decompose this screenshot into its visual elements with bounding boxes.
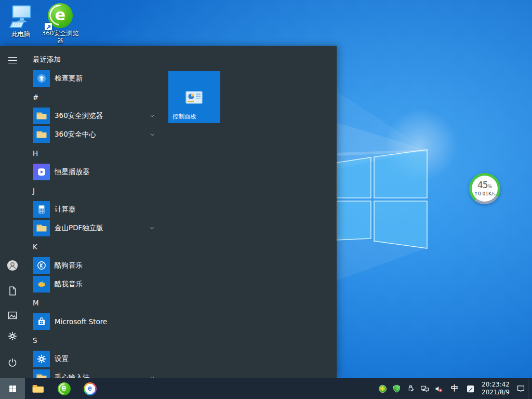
desktop-icon-label: 360安全浏览器	[42, 30, 79, 44]
windows-logo-icon	[8, 384, 17, 393]
up-arrow-icon: ↑	[474, 191, 478, 196]
desktop-icon-this-pc[interactable]: 此电脑	[4, 3, 37, 38]
documents-button[interactable]	[3, 281, 22, 301]
calculator-icon	[33, 201, 50, 218]
action-center-button[interactable]	[514, 378, 528, 399]
show-desktop-button[interactable]	[528, 378, 532, 399]
store-icon	[33, 313, 50, 330]
usb-icon	[406, 384, 416, 394]
tray-360-antivirus[interactable]	[376, 378, 390, 399]
start-item-360-browser-folder[interactable]: 360安全浏览器	[26, 107, 159, 125]
start-item-calculator[interactable]: 计算器	[26, 200, 159, 219]
user-account-button[interactable]	[3, 256, 22, 275]
folder-icon	[33, 220, 50, 236]
control-panel-icon	[185, 91, 203, 105]
settings-button[interactable]	[3, 326, 22, 346]
chevron-down-icon[interactable]	[149, 131, 156, 138]
start-item-settings[interactable]: 设置	[26, 350, 159, 368]
360-antivirus-icon	[378, 384, 388, 394]
clock-time: 20:23:42	[482, 381, 510, 389]
section-hash[interactable]: #	[26, 88, 159, 107]
start-item-kugou-music[interactable]: 酷狗音乐	[26, 256, 159, 275]
tray-windows-ink[interactable]	[463, 378, 477, 399]
360-speed-browser-icon: e	[84, 382, 97, 395]
start-item-360-security-folder[interactable]: 360安全中心	[26, 125, 159, 144]
shield-icon	[392, 384, 402, 394]
document-icon	[7, 285, 18, 297]
pictures-icon	[7, 310, 18, 321]
gear-icon	[7, 330, 18, 342]
section-m[interactable]: M	[26, 294, 159, 312]
start-button[interactable]	[0, 378, 25, 399]
user-avatar-icon	[7, 260, 18, 271]
taskbar: e e 中 20:23:42 2021/8/9	[0, 378, 532, 399]
section-s[interactable]: S	[26, 331, 159, 350]
net-ball-speed: ↑0.01K/s	[474, 191, 495, 197]
folder-icon	[33, 126, 50, 143]
gear-icon	[33, 351, 50, 367]
windows-ink-icon	[466, 384, 475, 394]
tray-network[interactable]	[418, 378, 432, 399]
start-menu: 最近添加 检查更新 # 360安全浏览器 360安全中心 H 恒星播放器 J	[0, 46, 337, 378]
power-icon	[7, 357, 18, 368]
start-menu-rail	[0, 46, 25, 378]
start-item-shouxin-ime-folder[interactable]: 手心输入法	[26, 368, 159, 378]
start-item-kuwo-music[interactable]: 酷我音乐	[26, 275, 159, 294]
clock-date: 2021/8/9	[482, 389, 510, 396]
chevron-down-icon[interactable]	[149, 112, 156, 119]
pictures-button[interactable]	[3, 305, 22, 325]
section-recently-added: 最近添加	[26, 50, 159, 69]
net-speed-ball-face: 45% ↑0.01K/s	[472, 176, 498, 202]
network-icon	[420, 384, 430, 394]
tray-ime-mode[interactable]: 中	[446, 378, 463, 399]
net-speed-ball[interactable]: 45% ↑0.01K/s	[469, 173, 500, 204]
tile-control-panel[interactable]: 控制面板	[168, 71, 220, 123]
file-explorer-icon	[31, 382, 45, 395]
start-item-check-update[interactable]: 检查更新	[26, 69, 159, 88]
speaker-muted-icon	[434, 384, 444, 394]
tray-usb-device[interactable]	[404, 378, 418, 399]
360-browser-icon: e	[47, 2, 74, 29]
shortcut-arrow-icon	[45, 23, 52, 30]
start-app-list: 最近添加 检查更新 # 360安全浏览器 360安全中心 H 恒星播放器 J	[26, 46, 159, 378]
taskbar-360-speed-browser[interactable]: e	[77, 378, 103, 399]
this-pc-icon	[7, 3, 34, 30]
360-browser-icon: e	[58, 382, 71, 395]
kuwo-icon	[33, 276, 50, 292]
section-k[interactable]: K	[26, 237, 159, 256]
system-tray: 中 20:23:42 2021/8/9	[376, 378, 532, 399]
action-center-icon	[516, 384, 526, 394]
expand-menu-button[interactable]	[3, 50, 22, 70]
kugou-icon	[33, 257, 50, 274]
section-h[interactable]: H	[26, 144, 159, 163]
section-j[interactable]: J	[26, 181, 159, 200]
ime-chinese-indicator: 中	[448, 384, 461, 393]
folder-icon	[33, 108, 50, 124]
taskbar-360-browser[interactable]: e	[51, 378, 77, 399]
hamburger-icon	[8, 57, 17, 64]
tray-volume-muted[interactable]	[432, 378, 446, 399]
desktop-icon-360-browser[interactable]: e 360安全浏览器	[42, 2, 79, 44]
taskbar-file-explorer[interactable]	[25, 378, 51, 399]
folder-icon	[33, 369, 50, 378]
start-item-microsoft-store[interactable]: Microsoft Store	[26, 312, 159, 331]
tray-360-safeguard[interactable]	[390, 378, 404, 399]
taskbar-clock[interactable]: 20:23:42 2021/8/9	[477, 381, 514, 396]
update-icon	[33, 70, 50, 87]
chevron-down-icon[interactable]	[149, 224, 156, 232]
start-item-hengxing-player[interactable]: 恒星播放器	[26, 163, 159, 181]
desktop-icon-label: 此电脑	[11, 31, 30, 38]
media-player-icon	[33, 164, 50, 180]
power-button[interactable]	[3, 353, 22, 373]
net-ball-percent: 45%	[477, 180, 492, 191]
start-item-jinshan-pdf-folder[interactable]: 金山PDF独立版	[26, 219, 159, 237]
chevron-down-icon[interactable]	[149, 374, 156, 378]
